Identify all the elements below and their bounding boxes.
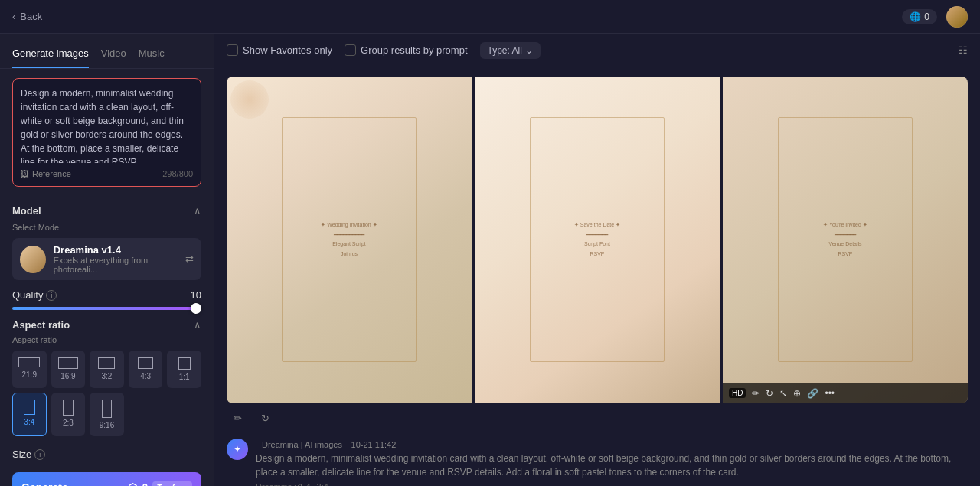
group-by-prompt-filter[interactable]: Group results by prompt (345, 44, 467, 56)
model-card[interactable]: Dreamina v1.4 Excels at everything from … (12, 238, 201, 280)
chevron-left-icon: ‹ (12, 11, 15, 22)
grid-view-button[interactable]: ☷ (959, 44, 968, 56)
left-panel: Generate images Video Music Design a mod… (0, 34, 214, 486)
main-layout: Generate images Video Music Design a mod… (0, 34, 980, 486)
aspect-ratio-title: Aspect ratio (12, 319, 70, 331)
model-toggle[interactable]: ∧ (194, 205, 201, 217)
row-actions-top: ✏ ↻ (227, 408, 968, 429)
filters-bar: Show Favorites only Group results by pro… (214, 34, 980, 67)
filter-bar-right: ☷ (959, 44, 968, 56)
aspect-21-9[interactable]: 21:9 (12, 351, 47, 388)
prompt-group-icon: ✦ (227, 439, 248, 460)
aspect-icon-4-3 (138, 357, 153, 369)
aspect-ratio-grid-row1: 21:9 16:9 3:2 4:3 1:1 (12, 351, 201, 388)
model-text: Dreamina v1.4 Excels at everything from … (54, 244, 185, 274)
show-favorites-filter[interactable]: Show Favorites only (227, 44, 332, 56)
generate-section: Generate ⬡ 0 Try free (0, 466, 214, 486)
aspect-ratio-toggle[interactable]: ∧ (194, 319, 201, 331)
aspect-icon-2-3 (63, 400, 74, 416)
aspect-ratio-header: Aspect ratio ∧ (12, 319, 201, 331)
model-select-label: Select Model (12, 223, 201, 232)
topbar: ‹ Back 🌐 0 (0, 0, 980, 34)
aspect-icon-1-1 (178, 357, 191, 370)
model-section-header: Model ∧ (0, 196, 214, 223)
coin-icon: ⬡ (128, 481, 137, 486)
model-tag: Dreamina v1.4 (256, 482, 311, 486)
model-name: Dreamina v1.4 (54, 244, 185, 256)
aspect-ratio-sublabel: Aspect ratio (12, 335, 201, 344)
info-icon: i (46, 290, 57, 301)
image-cell-2[interactable]: ✦ Save the Date ✦━━━━━━━Script FontRSVP (475, 77, 720, 403)
favorites-checkbox[interactable] (227, 44, 238, 56)
globe-badge[interactable]: 🌐 0 (902, 9, 937, 24)
generate-right: ⬡ 0 Try free (128, 481, 192, 486)
aspect-1-1[interactable]: 1:1 (167, 351, 201, 388)
aspect-ratio-grid-row2: 3:4 2:3 9:16 (12, 393, 201, 436)
hd-badge[interactable]: HD (729, 388, 746, 398)
image-overlay-bar: HD ✏ ↻ ⤡ ⊕ 🔗 ••• (723, 383, 968, 403)
prompt-text[interactable]: Design a modern, minimalist wedding invi… (21, 86, 193, 163)
edit-row-button[interactable]: ✏ (227, 408, 248, 429)
aspect-3-4[interactable]: 3:4 (12, 393, 47, 436)
quality-label: Quality i (12, 289, 57, 301)
prompt-meta: Dreamina | AI images 10-21 11:42 Design … (256, 439, 968, 486)
image-cell-3[interactable]: ✦ You're Invited ✦━━━━━━━Venue DetailsRS… (723, 77, 968, 403)
aspect-icon-9-16 (102, 400, 112, 418)
tab-video[interactable]: Video (101, 43, 126, 68)
quality-section: Quality i 10 (0, 289, 214, 319)
image-icon: 🖼 (21, 169, 29, 178)
image-grid-container: ✦ Wedding Invitation ✦━━━━━━━━━━Elegant … (214, 67, 980, 486)
size-info-icon: i (34, 449, 45, 460)
refresh-row-button[interactable]: ↻ (254, 408, 276, 429)
quality-slider[interactable] (12, 307, 201, 310)
link-overlay-icon[interactable]: 🔗 (807, 388, 818, 399)
model-info: Dreamina v1.4 Excels at everything from … (20, 244, 185, 274)
prompt-group-1: ✦ Wedding Invitation ✦━━━━━━━━━━Elegant … (227, 77, 968, 486)
aspect-16-9[interactable]: 16:9 (51, 351, 86, 388)
aspect-9-16[interactable]: 9:16 (90, 393, 124, 436)
quality-value: 10 (191, 289, 201, 301)
char-count: 298/800 (162, 169, 193, 178)
topbar-right: 🌐 0 (902, 6, 968, 28)
edit-overlay-icon[interactable]: ✏ (752, 388, 760, 399)
tab-generate-images[interactable]: Generate images (12, 43, 89, 68)
quality-header: Quality i 10 (12, 289, 201, 301)
type-filter-button[interactable]: Type: All ⌄ (480, 42, 541, 59)
tab-music[interactable]: Music (139, 43, 165, 68)
aspect-icon-21-9 (18, 357, 40, 367)
globe-icon: 🌐 (910, 11, 921, 22)
tab-bar: Generate images Video Music (0, 34, 214, 69)
prompt-footer: 🖼 Reference 298/800 (21, 169, 193, 178)
ratio-tag: 3:4 (317, 482, 328, 486)
crop-overlay-icon[interactable]: ⊕ (793, 388, 801, 399)
right-panel: Show Favorites only Group results by pro… (214, 34, 980, 486)
model-description: Excels at everything from photoreali... (54, 256, 185, 274)
model-avatar (20, 246, 46, 273)
aspect-icon-16-9 (58, 357, 78, 369)
aspect-icon-3-2 (98, 357, 115, 369)
aspect-ratio-section: Aspect ratio ∧ Aspect ratio 21:9 16:9 3:… (0, 319, 214, 445)
chevron-down-icon: ⌄ (525, 45, 533, 56)
generate-button[interactable]: Generate ⬡ 0 Try free (12, 472, 201, 486)
aspect-icon-3-4 (24, 400, 35, 415)
aspect-2-3[interactable]: 2:3 (51, 393, 86, 436)
aspect-3-2[interactable]: 3:2 (90, 351, 124, 388)
model-title: Model (12, 205, 41, 217)
prompt-section: Design a modern, minimalist wedding invi… (0, 69, 214, 196)
size-header: Size i (12, 448, 201, 460)
prompt-description: Design a modern, minimalist wedding invi… (256, 452, 968, 479)
expand-overlay-icon[interactable]: ⤡ (779, 388, 787, 399)
refresh-overlay-icon[interactable]: ↻ (766, 388, 773, 399)
size-section: Size i (0, 445, 214, 466)
prompt-tags: Dreamina v1.4 3:4 (256, 482, 968, 486)
aspect-4-3[interactable]: 4:3 (129, 351, 163, 388)
avatar[interactable] (946, 6, 968, 28)
settings-icon[interactable]: ⇄ (185, 253, 194, 265)
prompt-box[interactable]: Design a modern, minimalist wedding invi… (12, 78, 201, 187)
prompt-group-header: ✦ Dreamina | AI images 10-21 11:42 Desig… (227, 439, 968, 486)
reference-button[interactable]: 🖼 Reference (21, 169, 71, 178)
more-overlay-icon[interactable]: ••• (825, 388, 835, 399)
group-checkbox[interactable] (345, 44, 356, 56)
back-button[interactable]: ‹ Back (12, 11, 42, 22)
image-cell-1[interactable]: ✦ Wedding Invitation ✦━━━━━━━━━━Elegant … (227, 77, 472, 403)
